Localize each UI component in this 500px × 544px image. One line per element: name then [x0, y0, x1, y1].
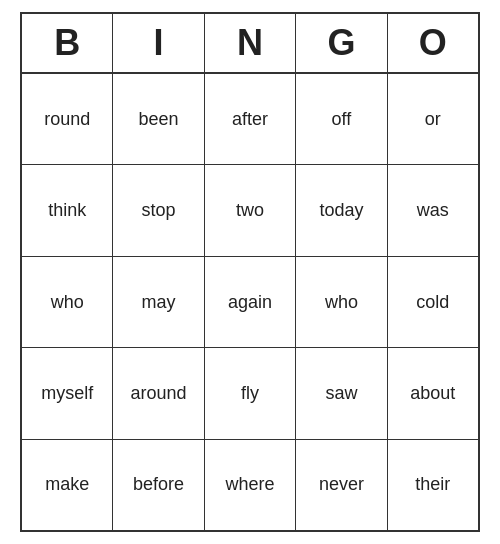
bingo-cell-4-3: never [296, 440, 387, 530]
bingo-cell-0-4: or [388, 74, 478, 164]
header-letter-o: O [388, 14, 478, 72]
bingo-header: BINGO [22, 14, 478, 74]
bingo-cell-4-1: before [113, 440, 204, 530]
bingo-cell-3-1: around [113, 348, 204, 438]
bingo-cell-4-4: their [388, 440, 478, 530]
bingo-row-3: myselfaroundflysawabout [22, 348, 478, 439]
bingo-cell-2-0: who [22, 257, 113, 347]
bingo-row-2: whomayagainwhocold [22, 257, 478, 348]
header-letter-g: G [296, 14, 387, 72]
bingo-cell-3-2: fly [205, 348, 296, 438]
bingo-cell-2-2: again [205, 257, 296, 347]
header-letter-i: I [113, 14, 204, 72]
bingo-body: roundbeenafterofforthinkstoptwotodaywasw… [22, 74, 478, 530]
bingo-cell-0-0: round [22, 74, 113, 164]
bingo-cell-1-0: think [22, 165, 113, 255]
bingo-cell-1-4: was [388, 165, 478, 255]
bingo-row-1: thinkstoptwotodaywas [22, 165, 478, 256]
bingo-cell-2-3: who [296, 257, 387, 347]
bingo-row-4: makebeforewherenevertheir [22, 440, 478, 530]
bingo-cell-2-1: may [113, 257, 204, 347]
bingo-cell-0-3: off [296, 74, 387, 164]
bingo-cell-1-2: two [205, 165, 296, 255]
header-letter-n: N [205, 14, 296, 72]
bingo-cell-1-1: stop [113, 165, 204, 255]
header-letter-b: B [22, 14, 113, 72]
bingo-cell-4-2: where [205, 440, 296, 530]
bingo-card: BINGO roundbeenafterofforthinkstoptwotod… [20, 12, 480, 532]
bingo-cell-3-0: myself [22, 348, 113, 438]
bingo-row-0: roundbeenafteroffor [22, 74, 478, 165]
bingo-cell-4-0: make [22, 440, 113, 530]
bingo-cell-0-1: been [113, 74, 204, 164]
bingo-cell-1-3: today [296, 165, 387, 255]
bingo-cell-3-4: about [388, 348, 478, 438]
bingo-cell-2-4: cold [388, 257, 478, 347]
bingo-cell-0-2: after [205, 74, 296, 164]
bingo-cell-3-3: saw [296, 348, 387, 438]
